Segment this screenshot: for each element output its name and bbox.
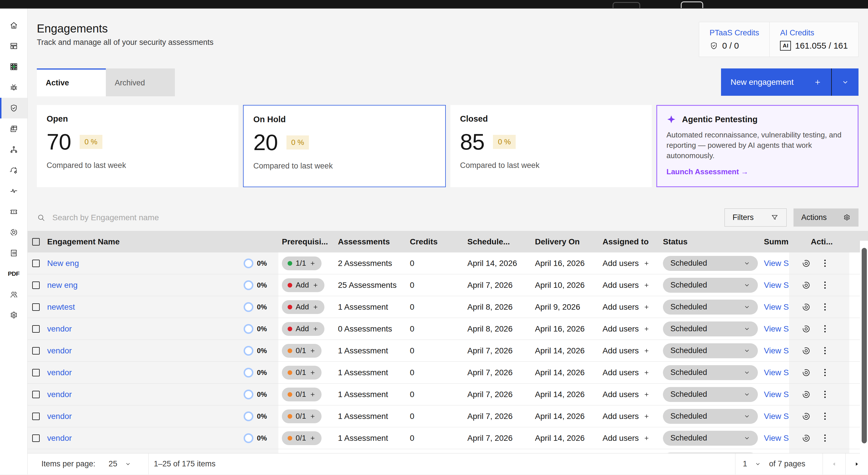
ptaas-credits-link[interactable]: PTaaS Credits <box>710 28 759 37</box>
column-assessments[interactable]: Assessments <box>335 237 406 246</box>
engagement-name-link[interactable]: vendor <box>47 346 244 355</box>
view-button[interactable] <box>801 368 811 378</box>
status-dropdown[interactable]: Scheduled <box>663 278 758 293</box>
status-dropdown[interactable]: Scheduled <box>663 387 758 402</box>
column-engagement-name[interactable]: Engagement Name <box>47 237 120 246</box>
engagement-name-link[interactable]: vendor <box>47 324 244 334</box>
prerequisites-pill[interactable]: Add <box>282 278 324 292</box>
prerequisites-pill[interactable]: 1/1 <box>282 256 321 270</box>
sidebar-item-pdf[interactable]: PDF <box>0 263 27 284</box>
sidebar-item-engagements[interactable] <box>0 98 27 119</box>
add-users-button[interactable]: Add users <box>602 434 650 443</box>
status-dropdown[interactable]: Scheduled <box>663 409 758 424</box>
overflow-menu-button[interactable] <box>823 368 827 377</box>
overflow-menu-button[interactable] <box>823 324 827 334</box>
sidebar-item-hierarchy[interactable] <box>0 139 27 160</box>
add-users-button[interactable]: Add users <box>602 390 650 399</box>
engagement-name-link[interactable]: New eng <box>47 259 244 268</box>
status-dropdown[interactable]: Scheduled <box>663 256 758 271</box>
add-users-button[interactable]: Add users <box>602 259 650 268</box>
prerequisites-pill[interactable]: 0/1 <box>282 409 321 423</box>
select-all-checkbox[interactable] <box>32 238 40 246</box>
view-summary-link[interactable]: View S <box>764 281 789 289</box>
sidebar-item-assets[interactable] <box>0 119 27 139</box>
filters-button[interactable]: Filters <box>724 209 786 227</box>
sidebar-item-dashboard[interactable] <box>0 36 27 56</box>
sidebar-item-apps[interactable] <box>0 56 27 77</box>
column-actions[interactable]: Acti... <box>789 231 849 252</box>
vertical-scrollbar-thumb[interactable] <box>862 248 867 443</box>
add-users-button[interactable]: Add users <box>602 368 650 377</box>
view-summary-link[interactable]: View S <box>764 368 789 377</box>
overflow-menu-button[interactable] <box>823 390 827 399</box>
engagement-name-link[interactable]: vendor <box>47 368 244 377</box>
overflow-menu-button[interactable] <box>823 280 827 290</box>
engagement-name-link[interactable]: newtest <box>47 303 244 312</box>
column-summary[interactable]: Summ <box>761 237 789 246</box>
tab-active[interactable]: Active <box>37 68 106 96</box>
view-button[interactable] <box>801 411 811 421</box>
column-status[interactable]: Status <box>659 237 761 246</box>
stat-card-closed[interactable]: Closed 85 0 % Compared to last week <box>451 105 652 187</box>
launch-assessment-link[interactable]: Launch Assessment → <box>666 167 748 176</box>
stat-card-on-hold[interactable]: On Hold 20 0 % Compared to last week <box>243 105 446 187</box>
column-assigned-to[interactable]: Assigned to <box>599 237 659 246</box>
status-dropdown[interactable]: Scheduled <box>663 343 758 358</box>
sidebar-item-activity[interactable] <box>0 181 27 201</box>
prerequisites-pill[interactable]: Add <box>282 322 324 336</box>
add-users-button[interactable]: Add users <box>602 346 650 355</box>
row-checkbox[interactable] <box>32 325 40 333</box>
row-checkbox[interactable] <box>32 282 40 289</box>
row-checkbox[interactable] <box>32 303 40 311</box>
row-checkbox[interactable] <box>32 347 40 354</box>
prerequisites-pill[interactable]: 0/1 <box>282 366 321 380</box>
items-per-page-select[interactable]: 25 <box>109 460 131 468</box>
search-input[interactable] <box>52 213 724 223</box>
overflow-menu-button[interactable] <box>823 433 827 443</box>
sidebar-item-retest[interactable] <box>0 160 27 181</box>
view-summary-link[interactable]: View S <box>764 324 789 333</box>
prerequisites-pill[interactable]: 0/1 <box>282 344 321 358</box>
ai-credits-link[interactable]: AI Credits <box>780 28 814 37</box>
view-button[interactable] <box>801 390 811 400</box>
sidebar-item-settings[interactable] <box>0 305 27 325</box>
row-checkbox[interactable] <box>32 413 40 420</box>
status-dropdown[interactable]: Scheduled <box>663 321 758 337</box>
sidebar-item-reports[interactable] <box>0 243 27 263</box>
new-engagement-button[interactable]: New engagement <box>721 68 831 96</box>
prerequisites-pill[interactable]: Add <box>282 300 324 314</box>
overflow-menu-button[interactable] <box>823 411 827 421</box>
actions-button[interactable]: Actions <box>794 209 859 227</box>
sidebar-item-home[interactable] <box>0 15 27 36</box>
engagement-name-link[interactable]: vendor <box>47 412 244 421</box>
add-users-button[interactable]: Add users <box>602 324 650 334</box>
view-button[interactable] <box>801 302 811 312</box>
view-summary-link[interactable]: View S <box>764 259 789 268</box>
view-button[interactable] <box>801 346 811 356</box>
sidebar-item-tickets[interactable] <box>0 201 27 222</box>
prerequisites-pill[interactable]: 0/1 <box>282 388 321 402</box>
next-page-button[interactable] <box>845 453 868 474</box>
sidebar-item-users[interactable] <box>0 284 27 305</box>
add-users-button[interactable]: Add users <box>602 281 650 290</box>
view-summary-link[interactable]: View S <box>764 390 789 399</box>
add-users-button[interactable]: Add users <box>602 303 650 312</box>
status-dropdown[interactable]: Scheduled <box>663 299 758 315</box>
column-scheduled-on[interactable]: Schedule... <box>464 237 531 246</box>
view-summary-link[interactable]: View S <box>764 346 789 355</box>
view-summary-link[interactable]: View S <box>764 434 789 443</box>
column-prerequisites[interactable]: Prerequisi... <box>278 237 335 246</box>
engagement-name-link[interactable]: vendor <box>47 434 244 443</box>
add-users-button[interactable]: Add users <box>602 412 650 421</box>
row-checkbox[interactable] <box>32 369 40 376</box>
overflow-menu-button[interactable] <box>823 302 827 312</box>
status-dropdown[interactable]: Scheduled <box>663 431 758 446</box>
stat-card-open[interactable]: Open 70 0 % Compared to last week <box>37 105 239 187</box>
row-checkbox[interactable] <box>32 391 40 398</box>
prerequisites-pill[interactable]: 0/1 <box>282 431 321 445</box>
view-button[interactable] <box>801 258 811 268</box>
row-checkbox[interactable] <box>32 435 40 442</box>
overflow-menu-button[interactable] <box>823 346 827 355</box>
view-button[interactable] <box>801 324 811 334</box>
row-checkbox[interactable] <box>32 260 40 267</box>
